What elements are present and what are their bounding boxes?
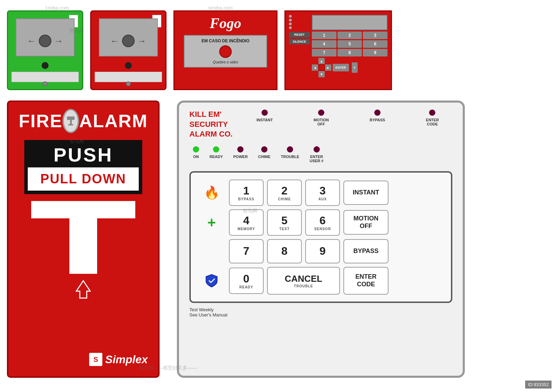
label-ready: READY [210, 155, 223, 159]
nav-up[interactable]: ▲ [318, 58, 325, 64]
key-5-main[interactable]: 5 TEST [267, 209, 302, 236]
fogo-red-button[interactable] [219, 45, 232, 58]
key-5-num: 5 [281, 214, 288, 227]
indicator-enter-user: ENTERUSER # [310, 146, 324, 163]
fogo-subtitle: Quebre o vidro [213, 60, 238, 64]
bottom-plate-green [11, 72, 79, 82]
key-instant[interactable]: INSTANT [343, 181, 388, 205]
indicator-dots [289, 15, 310, 29]
dot-power [237, 146, 244, 153]
key-2-main[interactable]: 2 CHIME [267, 180, 302, 206]
key-4[interactable]: 4 [312, 40, 336, 48]
indicator-motion-off: MOTIONOFF [314, 110, 329, 126]
key-2[interactable]: 2 [338, 32, 362, 39]
key-9[interactable]: 9 [363, 49, 387, 56]
alarm-right-side: 1 2 3 4 5 6 7 8 9 ▲ ◄ ► [312, 15, 387, 86]
key-6-main[interactable]: 6 SENSOR [305, 209, 340, 236]
plus-icon: + [207, 214, 216, 231]
break-glass-inner-red: ← → [99, 18, 158, 56]
bottom-plate-red [95, 72, 162, 82]
kes-header-row: KILL EM' SECURITY ALARM CO. INSTANT MOTI… [189, 110, 452, 139]
dot-on [193, 146, 199, 153]
nav-down[interactable]: ▼ [318, 71, 325, 77]
key-cancel[interactable]: CANCEL TROUBLE [267, 267, 340, 295]
dot-chime [261, 146, 267, 153]
key-8-num: 8 [281, 245, 288, 258]
fire-alarm-panel-big: FIRE ALARM PUSH PULL DOWN S Simplex [7, 101, 160, 378]
center-button-red[interactable] [122, 35, 135, 47]
nav-empty2 [325, 58, 331, 64]
key-3-sub: AUX [318, 197, 327, 201]
kes-keypad-area: 🔥 1 BYPASS 2 CHIME 3 AUX INSTANT + 4 [189, 171, 452, 303]
fogo-inner-box: EM CASO DE INCÊNDIO Quebre o vidro [184, 35, 267, 68]
key-4-num: 4 [243, 214, 249, 227]
empty-icon-cell [198, 239, 225, 263]
nav-center [318, 64, 325, 71]
shield-icon [204, 273, 219, 288]
key-8-main[interactable]: 8 [267, 239, 302, 263]
key-6-num: 6 [319, 214, 326, 227]
key-6-sub: SENSOR [314, 227, 331, 231]
dot4 [289, 26, 292, 29]
key-bypass[interactable]: BYPASS [343, 239, 388, 263]
enter-btn[interactable]: ENTER [333, 64, 349, 71]
fogo-inner-text: EM CASO DE INCÊNDIO [202, 38, 249, 43]
nav-cross: ▲ ◄ ► ▼ [312, 58, 331, 77]
key-7-main[interactable]: 7 [229, 239, 264, 263]
dot3 [289, 23, 292, 25]
key-9-num: 9 [319, 245, 326, 258]
arrow-left-sym-red: ← [110, 36, 119, 46]
arrow-down-red [73, 277, 94, 303]
break-glass-inner-green: ← → [16, 18, 75, 56]
black-dot-red [125, 62, 132, 69]
key-5[interactable]: 5 [338, 40, 362, 48]
center-button[interactable] [39, 35, 51, 47]
nav-right[interactable]: ► [325, 64, 331, 71]
key-enter-code[interactable]: ENTERCODE [343, 267, 388, 295]
shield-icon-cell [198, 269, 225, 293]
watermark-2: simiba.com [208, 5, 233, 11]
dot-instant [262, 110, 268, 116]
key-0-main[interactable]: 0 READY [229, 268, 264, 294]
keypad-row3: 7 8 9 BYPASS [198, 239, 444, 263]
nav-empty4 [325, 71, 331, 77]
key-lock [62, 109, 79, 133]
keypad-row1: 🔥 1 BYPASS 2 CHIME 3 AUX INSTANT [198, 180, 444, 206]
key-1[interactable]: 1 [312, 32, 336, 39]
label-enter-user: ENTERUSER # [310, 155, 324, 163]
break-glass-green: → ← → [7, 10, 83, 90]
screw-green [43, 81, 48, 86]
key-7[interactable]: 7 [312, 49, 336, 56]
push-pull-area: PUSH PULL DOWN [24, 140, 142, 194]
fire-alarm-header: FIRE ALARM [19, 109, 148, 133]
fire-icon-cell: 🔥 [198, 181, 225, 205]
key-0-num: 0 [243, 272, 249, 285]
black-dot [42, 62, 49, 69]
keypad-row2: + 4 MEMORY 5 TEST 6 SENSOR MOTIONOFF [198, 209, 444, 236]
kill-em-panel: KILL EM' SECURITY ALARM CO. INSTANT MOTI… [177, 101, 465, 378]
nav-empty3 [312, 71, 318, 77]
key-motion-off[interactable]: MOTIONOFF [343, 210, 388, 235]
alarm-left-controls: RESET SILENCE [289, 15, 310, 86]
silence-btn[interactable]: SILENCE [289, 39, 310, 44]
hash-btn[interactable]: # [352, 62, 358, 73]
reset-btn[interactable]: RESET [289, 32, 310, 37]
kes-indicators-row1: INSTANT MOTIONOFF BYPASS ENTERCODE [243, 110, 452, 126]
nav-empty1 [312, 58, 318, 64]
key-9-main[interactable]: 9 [305, 239, 340, 263]
key-1-num: 1 [243, 184, 249, 197]
kes-bottom-text: Test Weekly See User's Manual [189, 307, 227, 317]
key-6[interactable]: 6 [363, 40, 387, 48]
key-8[interactable]: 8 [338, 49, 362, 56]
key-3[interactable]: 3 [363, 32, 387, 39]
key-1-main[interactable]: 1 BYPASS [229, 180, 264, 206]
label-instant: INSTANT [257, 118, 273, 122]
pull-down-bar[interactable]: PULL DOWN [28, 167, 139, 191]
key-4-main[interactable]: 4 MEMORY [229, 209, 264, 236]
key-3-main[interactable]: 3 AUX [305, 180, 340, 206]
nav-left[interactable]: ◄ [312, 64, 318, 71]
t-shape [31, 201, 135, 274]
key-2-num: 2 [281, 184, 288, 197]
label-motion-off: MOTIONOFF [314, 118, 329, 126]
simplex-logo: S Simplex [89, 353, 148, 366]
